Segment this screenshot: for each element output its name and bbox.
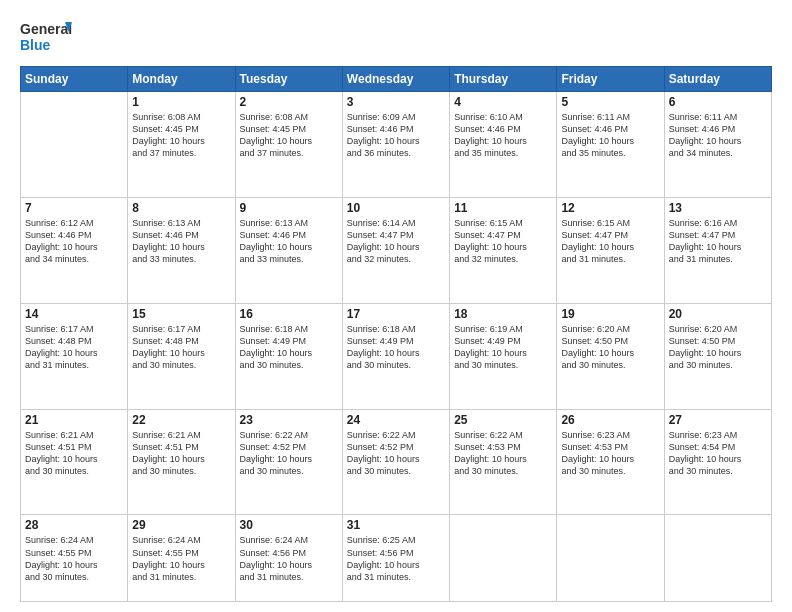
calendar-cell: 3Sunrise: 6:09 AM Sunset: 4:46 PM Daylig…	[342, 92, 449, 198]
logo: General Blue	[20, 18, 72, 56]
calendar-cell	[557, 515, 664, 602]
week-row-2: 7Sunrise: 6:12 AM Sunset: 4:46 PM Daylig…	[21, 197, 772, 303]
week-row-1: 1Sunrise: 6:08 AM Sunset: 4:45 PM Daylig…	[21, 92, 772, 198]
day-info: Sunrise: 6:21 AM Sunset: 4:51 PM Dayligh…	[132, 429, 230, 478]
day-number: 6	[669, 95, 767, 109]
day-number: 31	[347, 518, 445, 532]
day-number: 30	[240, 518, 338, 532]
day-number: 21	[25, 413, 123, 427]
day-number: 13	[669, 201, 767, 215]
day-info: Sunrise: 6:25 AM Sunset: 4:56 PM Dayligh…	[347, 534, 445, 583]
day-number: 11	[454, 201, 552, 215]
day-info: Sunrise: 6:17 AM Sunset: 4:48 PM Dayligh…	[132, 323, 230, 372]
day-number: 8	[132, 201, 230, 215]
header-tuesday: Tuesday	[235, 67, 342, 92]
calendar-cell	[664, 515, 771, 602]
calendar-cell: 28Sunrise: 6:24 AM Sunset: 4:55 PM Dayli…	[21, 515, 128, 602]
svg-text:General: General	[20, 21, 72, 37]
day-number: 20	[669, 307, 767, 321]
page: General Blue SundayMondayTuesdayWednesda…	[0, 0, 792, 612]
day-info: Sunrise: 6:20 AM Sunset: 4:50 PM Dayligh…	[669, 323, 767, 372]
calendar-cell: 27Sunrise: 6:23 AM Sunset: 4:54 PM Dayli…	[664, 409, 771, 515]
svg-text:Blue: Blue	[20, 37, 51, 53]
calendar-cell: 11Sunrise: 6:15 AM Sunset: 4:47 PM Dayli…	[450, 197, 557, 303]
day-info: Sunrise: 6:22 AM Sunset: 4:52 PM Dayligh…	[240, 429, 338, 478]
day-number: 10	[347, 201, 445, 215]
day-info: Sunrise: 6:21 AM Sunset: 4:51 PM Dayligh…	[25, 429, 123, 478]
day-info: Sunrise: 6:08 AM Sunset: 4:45 PM Dayligh…	[132, 111, 230, 160]
day-number: 5	[561, 95, 659, 109]
calendar-cell: 1Sunrise: 6:08 AM Sunset: 4:45 PM Daylig…	[128, 92, 235, 198]
calendar-cell: 6Sunrise: 6:11 AM Sunset: 4:46 PM Daylig…	[664, 92, 771, 198]
day-number: 1	[132, 95, 230, 109]
day-info: Sunrise: 6:18 AM Sunset: 4:49 PM Dayligh…	[347, 323, 445, 372]
header-sunday: Sunday	[21, 67, 128, 92]
calendar-cell: 22Sunrise: 6:21 AM Sunset: 4:51 PM Dayli…	[128, 409, 235, 515]
day-info: Sunrise: 6:09 AM Sunset: 4:46 PM Dayligh…	[347, 111, 445, 160]
header-friday: Friday	[557, 67, 664, 92]
calendar-cell: 31Sunrise: 6:25 AM Sunset: 4:56 PM Dayli…	[342, 515, 449, 602]
day-number: 23	[240, 413, 338, 427]
day-info: Sunrise: 6:18 AM Sunset: 4:49 PM Dayligh…	[240, 323, 338, 372]
week-row-3: 14Sunrise: 6:17 AM Sunset: 4:48 PM Dayli…	[21, 303, 772, 409]
week-row-4: 21Sunrise: 6:21 AM Sunset: 4:51 PM Dayli…	[21, 409, 772, 515]
day-number: 16	[240, 307, 338, 321]
day-info: Sunrise: 6:14 AM Sunset: 4:47 PM Dayligh…	[347, 217, 445, 266]
calendar-cell: 17Sunrise: 6:18 AM Sunset: 4:49 PM Dayli…	[342, 303, 449, 409]
day-info: Sunrise: 6:16 AM Sunset: 4:47 PM Dayligh…	[669, 217, 767, 266]
day-number: 17	[347, 307, 445, 321]
day-info: Sunrise: 6:17 AM Sunset: 4:48 PM Dayligh…	[25, 323, 123, 372]
day-info: Sunrise: 6:11 AM Sunset: 4:46 PM Dayligh…	[561, 111, 659, 160]
calendar-cell	[450, 515, 557, 602]
calendar-cell: 29Sunrise: 6:24 AM Sunset: 4:55 PM Dayli…	[128, 515, 235, 602]
day-number: 4	[454, 95, 552, 109]
calendar-cell: 8Sunrise: 6:13 AM Sunset: 4:46 PM Daylig…	[128, 197, 235, 303]
day-number: 28	[25, 518, 123, 532]
calendar-cell: 14Sunrise: 6:17 AM Sunset: 4:48 PM Dayli…	[21, 303, 128, 409]
day-number: 15	[132, 307, 230, 321]
calendar-cell: 20Sunrise: 6:20 AM Sunset: 4:50 PM Dayli…	[664, 303, 771, 409]
day-number: 18	[454, 307, 552, 321]
header-thursday: Thursday	[450, 67, 557, 92]
day-number: 29	[132, 518, 230, 532]
calendar-cell: 26Sunrise: 6:23 AM Sunset: 4:53 PM Dayli…	[557, 409, 664, 515]
calendar-cell: 10Sunrise: 6:14 AM Sunset: 4:47 PM Dayli…	[342, 197, 449, 303]
logo-svg: General Blue	[20, 18, 72, 56]
calendar-cell	[21, 92, 128, 198]
day-info: Sunrise: 6:23 AM Sunset: 4:53 PM Dayligh…	[561, 429, 659, 478]
calendar-header-row: SundayMondayTuesdayWednesdayThursdayFrid…	[21, 67, 772, 92]
day-number: 22	[132, 413, 230, 427]
calendar-cell: 2Sunrise: 6:08 AM Sunset: 4:45 PM Daylig…	[235, 92, 342, 198]
calendar-cell: 13Sunrise: 6:16 AM Sunset: 4:47 PM Dayli…	[664, 197, 771, 303]
calendar-cell: 25Sunrise: 6:22 AM Sunset: 4:53 PM Dayli…	[450, 409, 557, 515]
calendar-cell: 5Sunrise: 6:11 AM Sunset: 4:46 PM Daylig…	[557, 92, 664, 198]
header-wednesday: Wednesday	[342, 67, 449, 92]
day-number: 24	[347, 413, 445, 427]
header-monday: Monday	[128, 67, 235, 92]
day-info: Sunrise: 6:24 AM Sunset: 4:56 PM Dayligh…	[240, 534, 338, 583]
day-info: Sunrise: 6:10 AM Sunset: 4:46 PM Dayligh…	[454, 111, 552, 160]
day-info: Sunrise: 6:24 AM Sunset: 4:55 PM Dayligh…	[132, 534, 230, 583]
day-info: Sunrise: 6:15 AM Sunset: 4:47 PM Dayligh…	[454, 217, 552, 266]
calendar-table: SundayMondayTuesdayWednesdayThursdayFrid…	[20, 66, 772, 602]
day-number: 12	[561, 201, 659, 215]
day-number: 3	[347, 95, 445, 109]
calendar-cell: 12Sunrise: 6:15 AM Sunset: 4:47 PM Dayli…	[557, 197, 664, 303]
day-info: Sunrise: 6:22 AM Sunset: 4:52 PM Dayligh…	[347, 429, 445, 478]
day-info: Sunrise: 6:22 AM Sunset: 4:53 PM Dayligh…	[454, 429, 552, 478]
day-number: 9	[240, 201, 338, 215]
day-info: Sunrise: 6:19 AM Sunset: 4:49 PM Dayligh…	[454, 323, 552, 372]
week-row-5: 28Sunrise: 6:24 AM Sunset: 4:55 PM Dayli…	[21, 515, 772, 602]
calendar-cell: 21Sunrise: 6:21 AM Sunset: 4:51 PM Dayli…	[21, 409, 128, 515]
day-info: Sunrise: 6:15 AM Sunset: 4:47 PM Dayligh…	[561, 217, 659, 266]
day-number: 14	[25, 307, 123, 321]
calendar-cell: 15Sunrise: 6:17 AM Sunset: 4:48 PM Dayli…	[128, 303, 235, 409]
day-info: Sunrise: 6:12 AM Sunset: 4:46 PM Dayligh…	[25, 217, 123, 266]
calendar-cell: 7Sunrise: 6:12 AM Sunset: 4:46 PM Daylig…	[21, 197, 128, 303]
calendar-cell: 9Sunrise: 6:13 AM Sunset: 4:46 PM Daylig…	[235, 197, 342, 303]
calendar-cell: 23Sunrise: 6:22 AM Sunset: 4:52 PM Dayli…	[235, 409, 342, 515]
calendar-cell: 4Sunrise: 6:10 AM Sunset: 4:46 PM Daylig…	[450, 92, 557, 198]
calendar-cell: 18Sunrise: 6:19 AM Sunset: 4:49 PM Dayli…	[450, 303, 557, 409]
calendar-cell: 30Sunrise: 6:24 AM Sunset: 4:56 PM Dayli…	[235, 515, 342, 602]
day-info: Sunrise: 6:13 AM Sunset: 4:46 PM Dayligh…	[240, 217, 338, 266]
